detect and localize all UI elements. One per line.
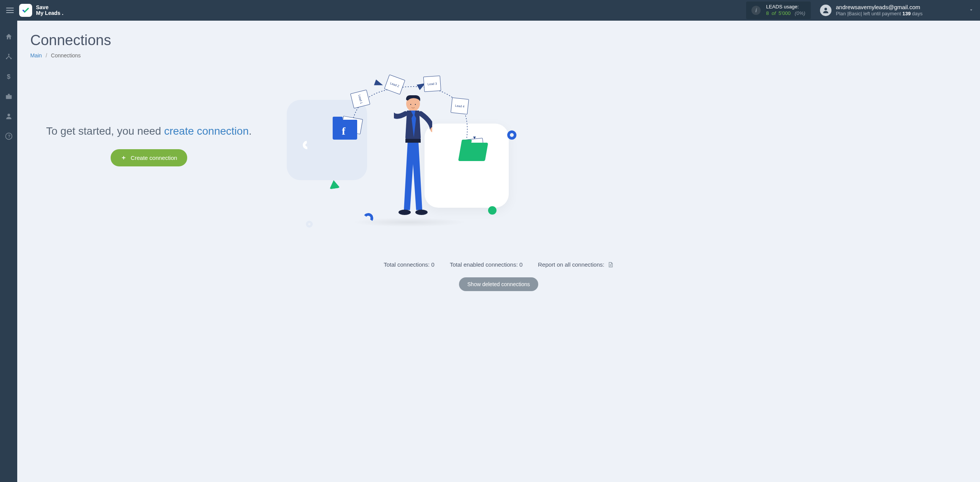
svg-rect-14 (405, 139, 421, 143)
breadcrumb: Main / Connections (30, 52, 967, 59)
logo-mark-icon (19, 4, 32, 17)
usage-label: LEADS usage: (766, 4, 805, 10)
account-menu[interactable]: andrewsavemyleads@gmail.com Plan |Basic|… (820, 3, 923, 17)
page-title: Connections (30, 32, 967, 49)
enabled-connections-stat: Total enabled connections: 0 (450, 261, 523, 268)
empty-message: To get started, you need create connecti… (30, 124, 268, 138)
plus-icon: ＋ (121, 154, 127, 162)
connections-icon[interactable] (0, 51, 17, 62)
sidebar: $ ? (0, 21, 17, 482)
account-email: andrewsavemyleads@gmail.com (836, 3, 923, 11)
empty-state: To get started, you need create connecti… (30, 74, 967, 234)
info-icon[interactable]: i (751, 6, 761, 15)
svg-point-0 (824, 8, 827, 10)
lead-card-4: Lead 4 (451, 98, 469, 114)
svg-point-15 (399, 210, 411, 215)
chevron-down-icon[interactable] (969, 7, 974, 14)
leads-usage-box: i LEADS usage: 8 of 5'000 (0%) (746, 2, 810, 19)
svg-point-16 (415, 210, 428, 215)
stats-row: Total connections: 0 Total enabled conne… (30, 261, 967, 291)
report-connections-stat: Report on all connections: (538, 261, 614, 269)
person-illustration (394, 95, 432, 221)
lead-card-3: Lead 3 (423, 76, 441, 92)
logo-text: Save My Leads (36, 5, 64, 16)
logo[interactable]: Save My Leads (19, 4, 64, 17)
svg-text:$: $ (7, 73, 11, 80)
usage-values: 8 of 5'000 (0%) (766, 10, 805, 17)
breadcrumb-main-link[interactable]: Main (30, 52, 42, 59)
create-connection-button[interactable]: ＋ Create connection (111, 149, 187, 166)
show-deleted-button[interactable]: Show deleted connections (459, 277, 538, 291)
facebook-folder-icon: f (333, 120, 362, 142)
target-folder-icon (460, 143, 489, 163)
top-bar: Save My Leads i LEADS usage: 8 of 5'000 … (0, 0, 980, 21)
main-content: Connections Main / Connections To get st… (17, 21, 980, 482)
svg-rect-5 (6, 95, 11, 99)
briefcase-icon[interactable] (0, 91, 17, 102)
billing-icon[interactable]: $ (0, 71, 17, 82)
total-connections-stat: Total connections: 0 (384, 261, 434, 268)
home-icon[interactable] (0, 31, 17, 42)
svg-point-11 (415, 104, 416, 105)
svg-point-6 (7, 114, 10, 116)
user-icon[interactable] (0, 111, 17, 122)
report-doc-icon[interactable] (608, 262, 614, 269)
avatar-icon (820, 5, 831, 16)
account-plan: Plan |Basic| left until payment 139 days (836, 11, 923, 17)
hamburger-icon[interactable] (6, 8, 14, 13)
help-icon[interactable]: ? (0, 131, 17, 142)
empty-illustration: ▾ f Lead 1 Lead 2 Lead 3 Lea (287, 74, 967, 234)
svg-text:?: ? (8, 134, 10, 138)
svg-point-1 (8, 54, 9, 55)
svg-point-10 (410, 104, 411, 105)
breadcrumb-current: Connections (51, 52, 81, 59)
